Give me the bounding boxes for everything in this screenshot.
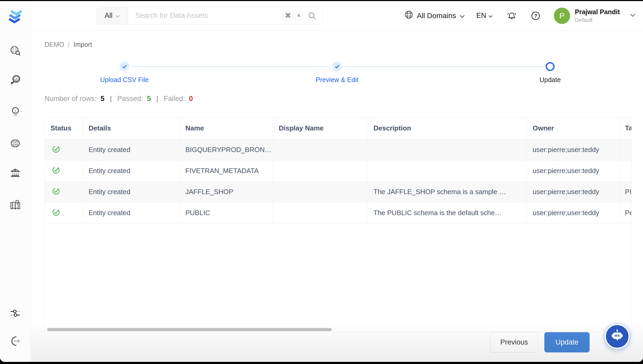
search-input[interactable] [128,12,283,20]
horizontal-scrollbar-thumb[interactable] [47,328,332,331]
sidebar-item-insights[interactable] [9,106,22,119]
col-owner: Owner [527,118,619,139]
passed-value: 5 [147,95,151,103]
success-check-icon [52,168,61,176]
status-cell [45,139,83,160]
success-check-icon [52,147,61,155]
col-display-name: Display Name [273,118,368,139]
col-details: Details [83,118,179,139]
language-dropdown[interactable]: EN [476,12,493,20]
breadcrumb-separator: / [68,41,70,48]
sliders-icon [9,307,21,320]
step-2-label[interactable]: Preview & Edit [290,76,384,84]
display-name-cell [273,139,368,160]
status-cell [45,160,83,181]
chevron-down-icon[interactable] [630,13,636,18]
failed-label: Failed: [164,95,185,103]
book-bulb-icon [9,199,21,212]
col-status: Status [45,118,83,139]
table-row: Entity created JAFFLE_SHOP The JAFFLE_SH… [45,181,632,202]
magnifier-chart-icon [9,74,21,87]
sidebar-item-logout[interactable] [9,335,22,348]
failed-value: 0 [189,95,193,103]
domains-dropdown[interactable]: All Domains [404,10,465,21]
search-filter-label: All [104,12,112,20]
help-icon[interactable]: ? [531,11,541,21]
col-tags: Tags [619,118,632,139]
logout-icon [9,335,21,348]
sidebar-item-governance[interactable] [9,167,22,180]
status-cell [45,202,83,223]
global-search-bar: All ⌘ K [97,7,322,24]
cmd-key-icon: ⌘ [283,11,293,21]
sidebar-item-settings[interactable] [9,307,22,320]
bank-icon [9,167,21,180]
name-cell: FIVETRAN_METADATA [179,160,273,181]
success-check-icon [52,189,61,197]
display-name-cell [273,202,368,223]
import-preview-table: Status Details Name Display Name Descrip… [44,117,632,332]
rows-value: 5 [101,95,104,103]
update-button[interactable]: Update [544,332,590,352]
user-team: Default [575,17,620,23]
user-name: Prajwal Pandit [575,8,620,16]
name-cell: PUBLIC [179,202,273,223]
step-connector [131,66,331,67]
language-label: EN [476,12,486,20]
table-header-row: Status Details Name Display Name Descrip… [45,118,632,139]
globe-search-icon [9,45,21,58]
step-1-label[interactable]: Upload CSV File [77,76,172,84]
chatbot-button[interactable] [605,324,630,349]
app-window: All ⌘ K All Domains [0,1,643,362]
main-content: DEMO / Import Upload CSV File Preview & … [31,31,643,362]
step-3-circle-icon[interactable] [546,62,555,71]
display-name-cell [273,181,368,202]
chevron-down-icon [460,12,465,20]
app-logo-icon[interactable] [7,8,24,25]
status-cell [45,181,83,202]
owner-cell: user:pierre;user:teddy [527,202,619,223]
step-1-check-icon[interactable] [119,62,129,72]
description-cell [368,160,527,181]
passed-label: Passed: [117,95,143,103]
description-cell: The JAFFLE_SHOP schema is a sample … [368,181,527,202]
user-menu[interactable]: Prajwal Pandit Default [575,8,620,23]
breadcrumb-current: Import [73,41,92,48]
lightbulb-bolt-icon [9,106,21,119]
sidebar-item-observability[interactable] [9,74,22,87]
sidebar-item-knowledge-center[interactable] [9,199,22,212]
search-filter-dropdown[interactable]: All [97,7,128,24]
owner-cell: user:pierre;user:teddy [527,160,619,181]
step-3-label[interactable]: Update [503,76,597,84]
notifications-bell-icon[interactable] [506,11,517,21]
topbar: All ⌘ K All Domains [31,1,643,31]
step-2-check-icon[interactable] [332,62,342,72]
summary-divider: | [108,95,113,103]
details-cell: Entity created [83,181,179,202]
table-row: Entity created PUBLIC The PUBLIC schema … [45,202,632,223]
sidebar-item-domains[interactable] [9,138,22,150]
previous-button[interactable]: Previous [490,332,538,352]
description-cell: The PUBLIC schema is the default sche… [368,202,527,223]
summary-divider: | [155,95,160,103]
step-connector [344,66,544,67]
robot-icon [610,328,625,344]
display-name-cell [273,160,368,181]
name-cell: BIGQUERYPROD_BRON… [179,139,273,160]
import-summary: Number of rows: 5 | Passed: 5 | Failed: … [44,95,193,103]
breadcrumb-root[interactable]: DEMO [44,41,64,48]
chevron-down-icon [115,12,120,20]
domains-label: All Domains [417,12,456,20]
topbar-right-cluster: All Domains EN ? [404,8,636,24]
table-row: Entity created FIVETRAN_METADATA user:pi… [45,160,632,181]
globe-icon [404,10,413,21]
col-name: Name [179,118,273,139]
user-avatar[interactable]: P [554,8,570,24]
svg-text:?: ? [534,13,537,19]
name-cell: JAFFLE_SHOP [179,181,273,202]
k-key-icon: K [295,12,303,20]
sidebar-item-explore[interactable] [9,45,22,58]
breadcrumb: DEMO / Import [44,41,92,48]
search-icon[interactable] [308,12,316,20]
tags-cell [619,160,632,181]
